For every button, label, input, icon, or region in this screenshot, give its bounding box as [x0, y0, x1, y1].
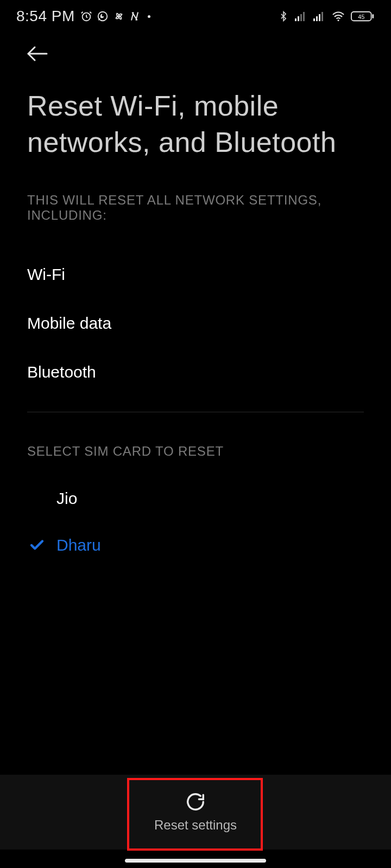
- reset-settings-button[interactable]: Reset settings: [122, 783, 269, 841]
- whatsapp-icon: [97, 10, 109, 22]
- svg-rect-3: [298, 16, 299, 21]
- svg-rect-2: [295, 18, 297, 21]
- pinwheel-icon: [113, 10, 125, 22]
- status-time: 8:54 PM: [16, 8, 75, 25]
- navigation-handle[interactable]: [125, 859, 266, 863]
- reset-caption: THIS WILL RESET ALL NETWORK SETTINGS, IN…: [0, 160, 391, 223]
- check-icon: [27, 537, 47, 553]
- svg-rect-9: [321, 12, 323, 21]
- svg-rect-4: [300, 14, 302, 21]
- reset-item-mobile-data: Mobile data: [27, 299, 364, 348]
- app-bar: [0, 30, 391, 67]
- overflow-dot-icon: [148, 15, 150, 18]
- signal-2-icon: [313, 11, 326, 22]
- status-right: 45: [278, 10, 375, 23]
- sim-label: Jio: [56, 489, 77, 508]
- reset-item-wifi: Wi-Fi: [27, 250, 364, 299]
- svg-rect-7: [316, 16, 318, 21]
- sim-option-jio[interactable]: Jio: [27, 475, 364, 522]
- sim-label: Dharu: [56, 536, 101, 554]
- sim-option-dharu[interactable]: Dharu: [27, 522, 364, 569]
- svg-point-10: [338, 20, 339, 21]
- battery-level: 45: [358, 14, 364, 20]
- reset-icon: [185, 792, 206, 812]
- svg-rect-12: [372, 14, 374, 18]
- bottom-action-bar: Reset settings: [0, 775, 391, 850]
- sim-caption: SELECT SIM CARD TO RESET: [0, 412, 391, 459]
- svg-rect-8: [319, 14, 320, 21]
- battery-icon: 45: [351, 10, 375, 22]
- n-glyph-icon: [129, 10, 140, 22]
- alarm-icon: [80, 10, 92, 22]
- svg-rect-5: [303, 12, 305, 21]
- reset-item-bluetooth: Bluetooth: [27, 348, 364, 397]
- back-button[interactable]: [26, 46, 375, 62]
- wifi-icon: [331, 11, 345, 22]
- bluetooth-icon: [278, 10, 289, 23]
- status-bar: 8:54 PM: [0, 0, 391, 30]
- status-left: 8:54 PM: [16, 8, 150, 25]
- page-title: Reset Wi-Fi, mobile networks, and Blueto…: [0, 67, 391, 160]
- sim-list: Jio Dharu: [0, 459, 391, 569]
- reset-settings-list: Wi-Fi Mobile data Bluetooth: [0, 223, 391, 397]
- reset-button-label: Reset settings: [154, 818, 237, 833]
- svg-rect-6: [313, 18, 315, 21]
- signal-1-icon: [294, 11, 307, 22]
